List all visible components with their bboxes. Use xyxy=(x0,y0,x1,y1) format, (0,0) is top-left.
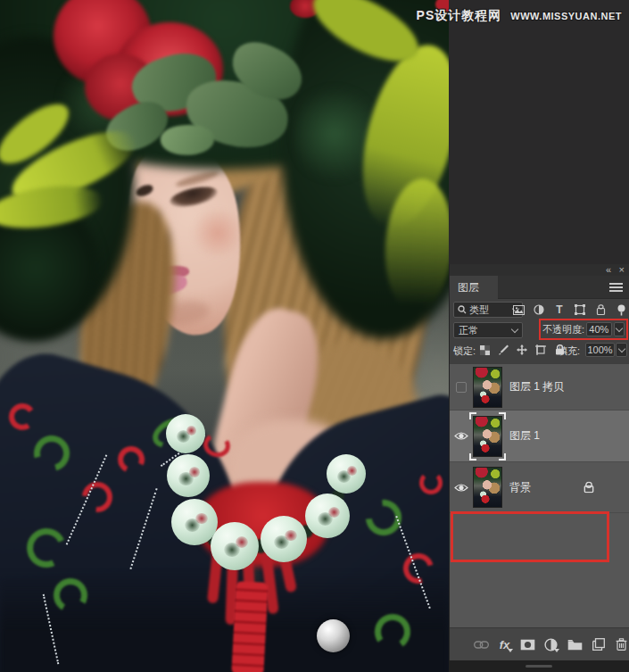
resize-grip[interactable] xyxy=(526,665,552,668)
selection-corner xyxy=(499,412,506,419)
fill-value-field[interactable]: 100% xyxy=(585,343,615,357)
lock-artboard-icon[interactable] xyxy=(534,344,547,356)
visibility-toggle[interactable] xyxy=(450,431,473,441)
visibility-toggle[interactable] xyxy=(450,483,473,493)
selection-corner xyxy=(469,412,476,419)
filter-adjustment-layers-icon[interactable] xyxy=(533,303,545,316)
layer-list: 图层 1 拷贝 图层 1 背 xyxy=(450,364,629,627)
panel-bottom-edge xyxy=(449,660,629,672)
filter-pin-icon[interactable] xyxy=(615,303,627,316)
layer-row-background[interactable]: 背景 xyxy=(450,462,629,513)
lock-pixels-brush-icon[interactable] xyxy=(497,344,509,356)
add-layer-mask-icon[interactable] xyxy=(520,635,536,653)
opacity-highlight-box: 不透明度: 40% xyxy=(539,319,628,340)
collapse-panel-icon[interactable]: « xyxy=(606,264,610,276)
new-adjustment-layer-icon[interactable] xyxy=(543,635,559,653)
tutorial-highlight-box xyxy=(451,511,609,562)
layer-name: 背景 xyxy=(509,480,531,495)
delete-layer-trash-icon[interactable] xyxy=(614,635,629,653)
blend-opacity-row: 正常 不透明度: 40% xyxy=(450,320,629,341)
layer-lock-icon xyxy=(583,482,594,494)
filter-shape-layers-icon[interactable] xyxy=(574,303,586,316)
lock-fill-row: 锁定: 填充: 100% xyxy=(450,341,629,364)
thumbnail-image xyxy=(473,367,502,408)
opacity-label: 不透明度: xyxy=(542,323,584,336)
chevron-down-icon xyxy=(617,344,625,352)
photo-silver-button xyxy=(317,619,350,652)
new-layer-icon[interactable] xyxy=(590,635,606,653)
eye-icon xyxy=(454,431,468,441)
panel-menu-icon[interactable] xyxy=(609,283,623,292)
layer-thumbnail[interactable] xyxy=(473,416,502,457)
layer-row-copy[interactable]: 图层 1 拷贝 xyxy=(450,364,629,411)
blend-mode-value: 正常 xyxy=(459,324,478,337)
watermark-site-name: PS设计教程网 xyxy=(417,8,502,24)
opacity-dropdown-button[interactable] xyxy=(614,322,625,336)
filter-pixel-layers-icon[interactable] xyxy=(512,303,525,316)
close-panel-icon[interactable]: × xyxy=(619,264,625,276)
search-icon xyxy=(458,305,467,314)
layer-thumbnail[interactable] xyxy=(473,367,502,408)
layers-panel: « × 图层 类型 T xyxy=(449,264,629,660)
watermark-site-url: WWW.MISSYUAN.NET xyxy=(510,11,622,21)
visibility-toggle[interactable] xyxy=(450,382,473,393)
thumbnail-image xyxy=(473,416,502,457)
blend-mode-dropdown[interactable]: 正常 xyxy=(453,322,523,338)
canvas-photo xyxy=(0,0,449,672)
eye-hidden-icon xyxy=(456,382,467,393)
panel-footer: fx xyxy=(450,627,629,660)
opacity-value-field[interactable]: 40% xyxy=(586,322,612,336)
layer-thumbnail[interactable] xyxy=(473,467,502,508)
layer-row-layer1[interactable]: 图层 1 xyxy=(450,411,629,462)
layer-filter-row: 类型 T xyxy=(450,299,629,320)
photoshop-workspace: PS设计教程网 WWW.MISSYUAN.NET « × 图层 类型 xyxy=(0,0,629,672)
lock-position-icon[interactable] xyxy=(516,344,528,356)
layer-name: 图层 1 拷贝 xyxy=(509,379,564,394)
link-layers-icon[interactable] xyxy=(473,635,489,653)
filter-type-layers-icon[interactable]: T xyxy=(553,303,566,316)
filter-smart-objects-icon[interactable] xyxy=(594,303,607,316)
eye-icon xyxy=(454,483,468,493)
selection-corner xyxy=(499,453,506,460)
layer-style-fx-icon[interactable]: fx xyxy=(496,635,512,653)
panel-tab-bar: 图层 xyxy=(450,276,629,299)
chevron-down-icon xyxy=(616,324,623,331)
panel-title-bar: « × xyxy=(450,264,629,276)
tab-layers[interactable]: 图层 xyxy=(450,276,498,299)
lock-transparency-icon[interactable] xyxy=(478,344,491,356)
fill-dropdown-button[interactable] xyxy=(616,343,627,357)
selection-corner xyxy=(469,453,476,460)
chevron-down-icon xyxy=(511,325,518,332)
watermark: PS设计教程网 WWW.MISSYUAN.NET xyxy=(417,8,622,24)
fill-label: 填充: xyxy=(558,344,580,358)
thumbnail-image xyxy=(473,467,502,508)
lock-label: 锁定: xyxy=(453,344,476,358)
filter-type-label: 类型 xyxy=(469,303,489,317)
new-group-folder-icon[interactable] xyxy=(567,635,583,653)
layer-name: 图层 1 xyxy=(509,428,540,444)
